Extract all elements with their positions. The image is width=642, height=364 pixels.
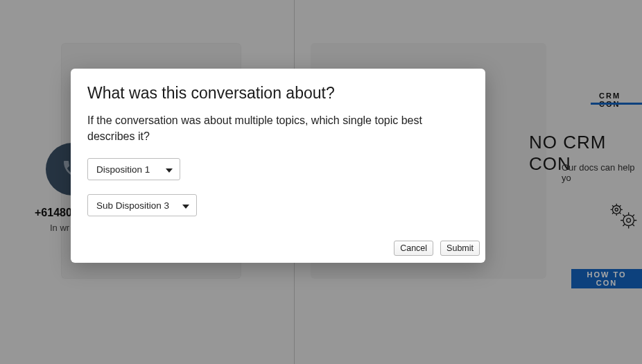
disposition-select[interactable]: Disposition 1: [87, 158, 180, 180]
modal-description: If the conversation was about multiple t…: [87, 112, 469, 144]
modal-title: What was this conversation about?: [87, 84, 469, 103]
modal-actions: Cancel Submit: [394, 241, 480, 256]
submit-button[interactable]: Submit: [440, 241, 480, 256]
chevron-down-icon: [166, 164, 173, 175]
sub-disposition-value: Sub Disposition 3: [96, 200, 169, 211]
chevron-down-icon: [182, 200, 189, 211]
disposition-value: Disposition 1: [96, 164, 150, 175]
cancel-button[interactable]: Cancel: [394, 241, 433, 256]
disposition-modal: What was this conversation about? If the…: [71, 69, 485, 263]
sub-disposition-select[interactable]: Sub Disposition 3: [87, 194, 197, 216]
